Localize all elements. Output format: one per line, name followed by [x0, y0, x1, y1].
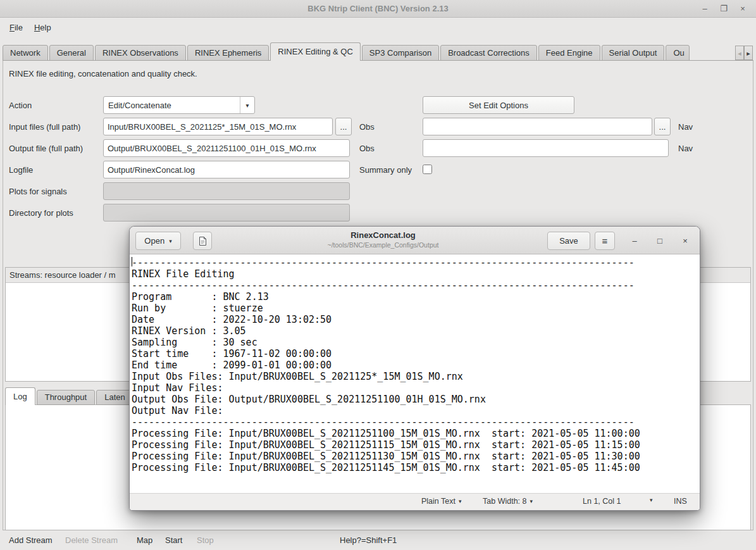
position-chevron-button[interactable]: ▾ [650, 497, 653, 503]
action-combobox-value: Edit/Concatenate [104, 101, 240, 110]
delete-stream-button: Delete Stream [65, 535, 118, 545]
output-nav-tag: Nav [678, 144, 693, 154]
insert-mode-indicator[interactable]: INS [674, 497, 687, 506]
tab-sp3-comparison[interactable]: SP3 Comparison [362, 45, 439, 61]
panel-description: RINEX file editing, concatenation and qu… [9, 69, 197, 79]
editor-subtitle: ~/tools/BNC/Example_Configs/Output [225, 241, 542, 249]
hamburger-menu-button[interactable]: ≡ [595, 232, 615, 250]
tab-width-dropdown[interactable]: Tab Width: 8 ▾ [483, 497, 533, 506]
open-button-label: Open [144, 236, 164, 246]
doc-type-label: Plain Text [421, 497, 455, 506]
tab-latency[interactable]: Laten [96, 390, 133, 405]
open-button[interactable]: Open ▾ [135, 232, 181, 250]
window-controls: – ❐ × [695, 0, 752, 17]
action-combobox[interactable]: Edit/Concatenate ▾ [103, 96, 255, 114]
editor-title-block: RinexConcat.log ~/tools/BNC/Example_Conf… [225, 230, 542, 249]
tab-log[interactable]: Log [5, 387, 35, 405]
browse-input-nav-button[interactable]: ... [654, 118, 671, 135]
input-files-label: Input files (full path) [9, 122, 80, 132]
plots-directory-label: Directory for plots [9, 208, 73, 218]
chevron-down-icon: ▾ [240, 97, 254, 113]
window-title: BKG Ntrip Client (BNC) Version 2.13 [307, 4, 448, 13]
tab-serial-output[interactable]: Serial Output [602, 45, 665, 61]
plots-signals-field [103, 182, 350, 200]
add-stream-button[interactable]: Add Stream [9, 535, 53, 545]
logfile-field[interactable] [103, 161, 350, 178]
editor-text-area[interactable]: ----------------------------------------… [130, 254, 700, 493]
editor-text-content: ----------------------------------------… [130, 254, 700, 473]
stop-button: Stop [197, 535, 214, 545]
editor-title: RinexConcat.log [225, 230, 542, 240]
editor-close-icon[interactable]: × [676, 232, 694, 250]
output-file-label: Output file (full path) [9, 144, 83, 154]
new-document-button[interactable] [193, 232, 212, 250]
tab-rinex-observations[interactable]: RINEX Observations [95, 45, 186, 61]
menu-file[interactable]: File [4, 20, 28, 35]
save-button[interactable]: Save [547, 232, 590, 250]
cursor-position-button[interactable]: Ln 1, Col 1 [583, 497, 621, 506]
editor-window: Open ▾ RinexConcat.log ~/tools/BNC/Examp… [129, 226, 700, 511]
hamburger-menu-icon: ≡ [602, 235, 608, 246]
plots-directory-field [103, 204, 350, 222]
tab-feed-engine[interactable]: Feed Engine [538, 45, 600, 61]
titlebar: BKG Ntrip Client (BNC) Version 2.13 – ❐ … [0, 0, 756, 18]
chevron-down-icon: ▾ [459, 498, 462, 504]
tab-broadcast-corrections[interactable]: Broadcast Corrections [440, 45, 537, 61]
tab-rinex-ephemeris[interactable]: RINEX Ephemeris [187, 45, 269, 61]
new-document-icon [198, 236, 208, 246]
bottom-toolbar: Add Stream Delete Stream Map Start Stop … [0, 531, 756, 550]
text-cursor [132, 257, 132, 266]
close-icon[interactable]: × [733, 4, 752, 13]
menu-help[interactable]: Help [28, 20, 57, 35]
tab-network[interactable]: Network [3, 45, 48, 61]
editor-statusbar: Plain Text ▾ Tab Width: 8 ▾ Ln 1, Col 1 … [130, 493, 700, 510]
tab-throughput[interactable]: Throughput [37, 390, 96, 405]
output-obs-file-field[interactable] [103, 139, 350, 157]
help-hint: Help?=Shift+F1 [340, 535, 397, 545]
input-nav-files-field[interactable] [423, 118, 652, 135]
input-obs-files-field[interactable] [103, 118, 333, 135]
chevron-down-icon: ▾ [530, 498, 533, 504]
tab-width-label: Tab Width: 8 [483, 497, 526, 506]
plots-signals-label: Plots for signals [9, 187, 67, 197]
tab-scroll-arrows: ◂ ▸ [735, 46, 753, 60]
start-button[interactable]: Start [165, 535, 182, 545]
editor-minimize-icon[interactable]: – [626, 232, 643, 250]
tab-bar: Network General RINEX Observations RINEX… [3, 42, 734, 61]
input-obs-tag: Obs [359, 122, 375, 132]
maximize-icon[interactable]: ❐ [714, 4, 733, 13]
output-nav-file-field[interactable] [423, 139, 669, 157]
chevron-down-icon: ▾ [169, 238, 172, 244]
tab-general[interactable]: General [49, 45, 94, 61]
insert-mode-label: INS [674, 497, 687, 506]
tab-scroll-right-icon[interactable]: ▸ [744, 46, 753, 60]
logfile-label: Logfile [9, 165, 33, 175]
action-label: Action [9, 101, 32, 111]
summary-only-label: Summary only [359, 165, 412, 175]
map-button[interactable]: Map [137, 535, 152, 545]
editor-maximize-icon[interactable]: □ [651, 232, 669, 250]
summary-only-checkbox[interactable] [423, 165, 432, 174]
menubar: File Help [0, 18, 756, 36]
editor-headerbar: Open ▾ RinexConcat.log ~/tools/BNC/Examp… [130, 227, 700, 254]
chevron-down-icon: ▾ [650, 497, 653, 503]
set-edit-options-button[interactable]: Set Edit Options [423, 96, 574, 114]
cursor-position-label: Ln 1, Col 1 [583, 497, 621, 506]
doc-type-dropdown[interactable]: Plain Text ▾ [421, 497, 462, 506]
minimize-icon[interactable]: – [695, 4, 714, 13]
tab-scroll-left-icon[interactable]: ◂ [735, 46, 744, 60]
output-obs-tag: Obs [359, 144, 375, 154]
tab-outages[interactable]: Ou [666, 45, 690, 61]
tab-rinex-editing-qc[interactable]: RINEX Editing & QC [270, 42, 361, 61]
browse-input-obs-button[interactable]: ... [335, 118, 352, 135]
input-nav-tag: Nav [678, 122, 693, 132]
